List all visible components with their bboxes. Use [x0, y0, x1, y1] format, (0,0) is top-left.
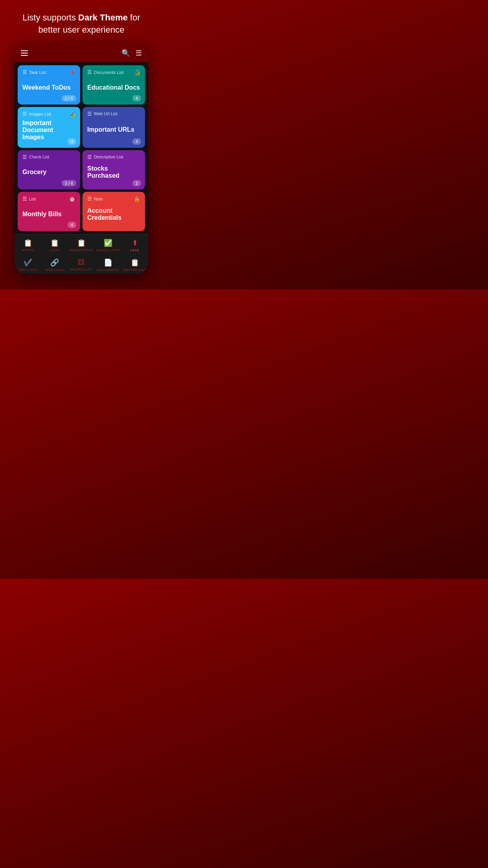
- card-badge-5: 2: [132, 180, 141, 186]
- card-type-0: ☰ Task List: [22, 69, 46, 75]
- nav-label-nav-row-2-2: IMAGES LIST: [70, 268, 93, 271]
- card-header-4: ☰ Check List: [22, 154, 75, 160]
- app-bar: 🔍 ☰: [15, 44, 148, 62]
- card-type-icon-1: ☰: [87, 69, 92, 75]
- card-type-label-3: Web Url List: [94, 111, 117, 116]
- card-badge-4: 3 / 6: [62, 180, 76, 186]
- card-badge-0: 2 / 5: [62, 95, 76, 101]
- card-type-label-0: Task List: [29, 70, 46, 75]
- nav-item-nav-row-2-2[interactable]: 🖼 IMAGES LIST: [68, 254, 95, 274]
- card-type-7: ☰ Note: [87, 196, 103, 202]
- card-badge-3: 4: [132, 138, 141, 145]
- card-type-label-4: Check List: [29, 154, 49, 159]
- card-type-icon-6: ☰: [22, 196, 27, 202]
- search-icon[interactable]: 🔍: [121, 50, 130, 57]
- card-corner-icon-2: 🔏: [69, 111, 75, 117]
- card-type-3: ☰ Web Url List: [87, 111, 117, 117]
- nav-label-nav-row-1-1: LISTS: [50, 248, 59, 252]
- nav-icon-nav-row-2-4: 📋: [130, 258, 139, 267]
- nav-label-nav-row-2-0: TASK LISTS: [18, 268, 38, 272]
- hero-bold: Dark Theme: [78, 13, 128, 22]
- nav-item-nav-row-1-3[interactable]: ✅ CHECK LISTS: [95, 235, 121, 254]
- card-corner-icon-6: ⏰: [69, 196, 75, 202]
- card-5[interactable]: ☰ Descriptive List Stocks Purchased 2: [83, 150, 145, 189]
- nav-icon-nav-row-2-1: 🔗: [50, 258, 59, 267]
- nav-row-1: 📋 NOTES 📋 LISTS 📋 DESCRIPTIVE ✅ CHECK LI…: [15, 235, 148, 254]
- nav-item-nav-row-2-1[interactable]: 🔗 WEB URLS: [41, 254, 68, 274]
- card-header-2: ☰ Images List 🔏: [22, 111, 75, 117]
- card-type-icon-4: ☰: [22, 154, 27, 160]
- nav-item-nav-row-2-4[interactable]: 📋 NESTED LIST: [121, 254, 148, 274]
- nav-icon-nav-row-2-2: 🖼: [78, 258, 85, 267]
- card-4[interactable]: ☰ Check List Grocery 3 / 6: [18, 150, 80, 189]
- card-type-icon-7: ☰: [87, 196, 92, 202]
- card-type-icon-5: ☰: [87, 154, 92, 160]
- card-type-5: ☰ Descriptive List: [87, 154, 123, 160]
- card-7[interactable]: ☰ Note 🔒 Account Credentials: [83, 192, 145, 231]
- menu-icon[interactable]: [21, 50, 28, 56]
- nav-item-nav-row-1-0[interactable]: 📋 NOTES: [15, 235, 41, 254]
- nav-icon-nav-row-1-2: 📋: [77, 239, 86, 247]
- card-type-2: ☰ Images List: [22, 111, 51, 117]
- card-3[interactable]: ☰ Web Url List Important URLs 4: [83, 107, 145, 148]
- card-6[interactable]: ☰ List ⏰ Monthly Bills 4: [18, 192, 80, 231]
- nav-label-nav-row-1-4: LESS: [130, 248, 139, 252]
- card-header-7: ☰ Note 🔒: [87, 196, 140, 202]
- nav-icon-nav-row-2-3: 📄: [104, 258, 112, 267]
- nav-icon-nav-row-2-0: ✔️: [24, 258, 32, 267]
- card-type-4: ☰ Check List: [22, 154, 49, 160]
- nav-icon-nav-row-1-0: 📋: [24, 239, 32, 247]
- bottom-nav: 📋 NOTES 📋 LISTS 📋 DESCRIPTIVE ✅ CHECK LI…: [15, 234, 148, 274]
- card-corner-icon-7: 🔒: [134, 196, 140, 202]
- card-type-icon-0: ☰: [22, 69, 27, 75]
- app-bar-icons: 🔍 ☰: [121, 50, 142, 57]
- sort-icon[interactable]: ☰: [136, 50, 142, 57]
- card-type-label-7: Note: [94, 197, 103, 201]
- hero-text: Listy supports Dark Theme for better use…: [22, 13, 140, 35]
- nav-item-nav-row-1-4[interactable]: ⬆ LESS: [121, 235, 148, 254]
- nav-label-nav-row-1-0: NOTES: [22, 248, 34, 252]
- nav-label-nav-row-2-3: DOCUMENTS: [97, 268, 119, 272]
- card-0[interactable]: ☰ Task List 📌 Weekend ToDos 2 / 5: [18, 65, 80, 105]
- nav-label-nav-row-2-4: NESTED LIST: [123, 268, 146, 272]
- card-header-5: ☰ Descriptive List: [87, 154, 140, 160]
- card-title-7: Account Credentials: [87, 204, 140, 227]
- card-type-label-2: Images List: [29, 112, 51, 116]
- card-badge-1: 4: [132, 95, 141, 101]
- nav-icon-nav-row-1-1: 📋: [50, 239, 59, 247]
- nav-label-nav-row-1-3: CHECK LISTS: [97, 248, 120, 252]
- card-2[interactable]: ☰ Images List 🔏 Important Document Image…: [18, 107, 80, 148]
- card-header-6: ☰ List ⏰: [22, 196, 75, 202]
- card-type-label-6: List: [29, 197, 36, 201]
- card-header-1: ☰ Documents List 🔏: [87, 69, 140, 75]
- nav-item-nav-row-2-3[interactable]: 📄 DOCUMENTS: [95, 254, 121, 274]
- card-corner-icon-0: 📌: [69, 69, 75, 75]
- cards-grid: ☰ Task List 📌 Weekend ToDos 2 / 5 ☰ Docu…: [15, 62, 148, 234]
- card-type-label-5: Descriptive List: [94, 154, 123, 159]
- nav-item-nav-row-1-1[interactable]: 📋 LISTS: [41, 235, 68, 254]
- card-type-6: ☰ List: [22, 196, 36, 202]
- card-type-icon-2: ☰: [22, 111, 27, 117]
- nav-item-nav-row-2-0[interactable]: ✔️ TASK LISTS: [15, 254, 41, 274]
- card-type-1: ☰ Documents List: [87, 69, 124, 75]
- card-type-label-1: Documents List: [94, 70, 124, 75]
- nav-icon-nav-row-1-3: ✅: [104, 239, 112, 247]
- card-corner-icon-1: 🔏: [134, 69, 140, 75]
- nav-icon-nav-row-1-4: ⬆: [132, 239, 138, 247]
- card-header-0: ☰ Task List 📌: [22, 69, 75, 75]
- card-badge-6: 4: [68, 222, 76, 228]
- nav-label-nav-row-2-1: WEB URLS: [46, 268, 64, 272]
- nav-label-nav-row-1-2: DESCRIPTIVE: [70, 248, 93, 252]
- phone-frame: 🔍 ☰ ☰ Task List 📌 Weekend ToDos 2 / 5 ☰ …: [15, 44, 148, 274]
- hero-section: Listy supports Dark Theme for better use…: [0, 0, 163, 44]
- card-badge-2: 3: [68, 138, 76, 145]
- card-1[interactable]: ☰ Documents List 🔏 Educational Docs 4: [83, 65, 145, 105]
- nav-row-2: ✔️ TASK LISTS 🔗 WEB URLS 🖼 IMAGES LIST 📄…: [15, 254, 148, 274]
- card-header-3: ☰ Web Url List: [87, 111, 140, 117]
- card-type-icon-3: ☰: [87, 111, 92, 117]
- nav-item-nav-row-1-2[interactable]: 📋 DESCRIPTIVE: [68, 235, 95, 254]
